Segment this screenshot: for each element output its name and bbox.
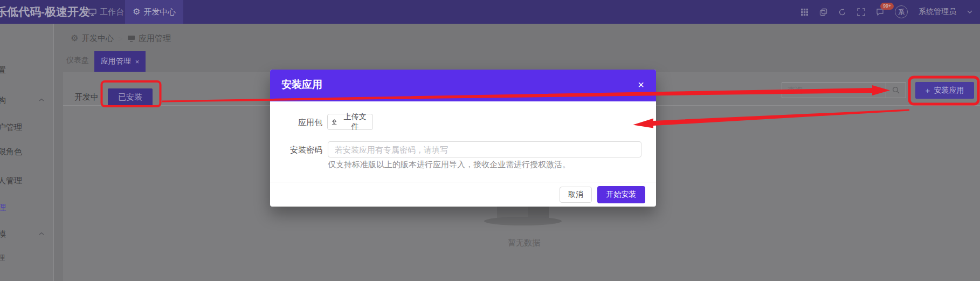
sidebar-item-4[interactable]: 限角色 [0, 147, 22, 157]
tab-label: 应用管理 [101, 57, 131, 66]
upload-icon [331, 119, 337, 126]
breadcrumb-separator: > [118, 34, 123, 43]
modal-footer: 取消 开始安装 [270, 182, 656, 207]
start-install-button[interactable]: 开始安装 [597, 186, 645, 203]
chevron-down-icon[interactable] [967, 10, 972, 14]
nav-item-label: 工作台 [100, 7, 124, 17]
tab-close-icon[interactable]: × [135, 58, 140, 66]
install-app-label: 安装应用 [934, 86, 964, 95]
sidebar-item-7[interactable]: 模 [0, 229, 6, 239]
monitor-icon [88, 8, 96, 16]
sidebar-item-5[interactable]: 人管理 [0, 176, 22, 186]
fullscreen-icon[interactable] [857, 8, 865, 16]
install-app-modal: 安装应用 × 应用包 上传文件 安装密码 仅支持标准版以上的版本进行应用导入，接… [270, 70, 656, 207]
user-name[interactable]: 系统管理员 [919, 7, 956, 17]
filter-installed[interactable]: 已安装 [108, 88, 153, 106]
link-icon[interactable] [819, 8, 827, 16]
empty-state-shadow [484, 217, 562, 225]
sidebar-item-1[interactable]: 置 [0, 65, 6, 76]
install-app-button[interactable]: + 安装应用 [915, 82, 974, 99]
search-icon [892, 86, 900, 94]
modal-header: 安装应用 × [270, 70, 656, 101]
upload-file-label: 上传文件 [341, 112, 369, 132]
refresh-icon[interactable] [838, 8, 846, 16]
package-label: 应用包 [270, 118, 322, 128]
avatar[interactable]: 系 [895, 5, 908, 18]
breadcrumb: ⚙ 开发中心 > 应用管理 [71, 31, 171, 45]
sidebar-item-app-manage[interactable]: 理 [0, 203, 6, 213]
tab-app-manage[interactable]: 应用管理 × [94, 51, 146, 72]
modal-title: 安装应用 [281, 78, 322, 92]
apps-grid-icon[interactable] [800, 8, 809, 16]
plus-icon: + [926, 86, 930, 94]
notifications-group[interactable]: 99+ [876, 8, 884, 16]
upload-file-button[interactable]: 上传文件 [327, 114, 373, 130]
breadcrumb-app-manage[interactable]: 应用管理 [127, 33, 171, 44]
breadcrumb-label: 应用管理 [139, 33, 171, 44]
sidebar-item-8[interactable]: 理 [0, 253, 5, 263]
gear-icon: ⚙ [133, 8, 140, 16]
filter-developing[interactable]: 开发中 [74, 92, 99, 102]
chevron-up-icon[interactable] [39, 232, 44, 235]
sidebar-item-2[interactable]: 构 [0, 95, 6, 106]
helper-text: 仅支持标准版以上的版本进行应用导入，接收企业需进行授权激活。 [328, 160, 570, 170]
nav-right-group: 99+ 系 系统管理员 [800, 0, 980, 24]
notification-badge: 99+ [880, 3, 894, 10]
tab-dashboard[interactable]: 仪表盘 [66, 56, 89, 65]
empty-state-text: 暂无数据 [508, 238, 540, 248]
app-canvas: 乐低代码-极速开发 工作台 ⚙ 开发中心 99+ 系 系统管理员 置 构 [0, 0, 980, 281]
cancel-button[interactable]: 取消 [560, 187, 592, 203]
nav-item-workbench[interactable]: 工作台 [81, 0, 132, 24]
search-input[interactable] [782, 82, 886, 98]
app-title: 乐低代码-极速开发 [0, 0, 90, 24]
password-label: 安装密码 [270, 145, 322, 155]
top-nav: 乐低代码-极速开发 工作台 ⚙ 开发中心 99+ 系 系统管理员 [0, 0, 980, 24]
breadcrumb-label: 开发中心 [81, 33, 114, 44]
sidebar-item-3[interactable]: 户管理 [0, 122, 22, 133]
nav-item-label: 开发中心 [143, 7, 176, 17]
search-button[interactable] [886, 82, 906, 98]
sidebar: 置 构 户管理 限角色 人管理 理 模 理 [0, 24, 54, 281]
nav-item-devcenter[interactable]: ⚙ 开发中心 [125, 0, 183, 24]
install-password-input[interactable] [328, 141, 641, 157]
avatar-text: 系 [898, 8, 905, 17]
gear-icon: ⚙ [71, 34, 78, 43]
close-icon[interactable]: × [638, 77, 644, 92]
monitor-icon [127, 35, 135, 42]
chevron-up-icon[interactable] [39, 98, 44, 101]
breadcrumb-devcenter[interactable]: ⚙ 开发中心 [71, 33, 114, 44]
